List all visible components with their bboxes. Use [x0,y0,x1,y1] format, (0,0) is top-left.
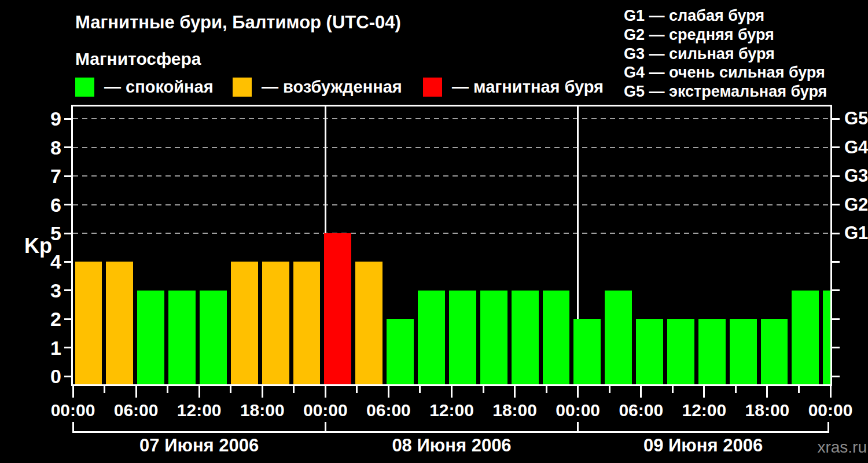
y-axis-tick [64,175,72,177]
x-axis-tick [262,386,263,398]
date-label: 07 Июня 2006 [106,435,292,456]
y-axis-tick-right [832,318,840,320]
kp-bar [605,291,632,384]
y-tick-label: 0 [21,365,61,387]
storm-scale-g3: G3 — сильная буря [624,45,827,64]
x-axis-tick [419,386,421,393]
kp-bar [293,262,321,384]
g-level-label: G5 [844,108,868,130]
y-tick-label: 3 [21,280,61,302]
y-tick-label: 6 [21,194,61,216]
plot-area [71,105,832,386]
x-tick-label: 18:00 [480,400,550,420]
y-axis-tick-right [832,233,840,234]
legend-item-excited: — возбужденная [233,77,402,97]
y-axis-tick-right [832,204,840,205]
x-axis-tick [230,386,231,393]
x-tick-label: 00:00 [543,400,613,420]
grid-line-kp9 [73,118,830,119]
storm-scale-legend: G1 — слабая буря G2 — средняя буря G3 — … [624,6,827,101]
magnetic-storm-chart: Магнитные бури, Балтимор (UTC-04) Магнит… [0,0,868,463]
x-axis-tick [104,386,105,393]
y-axis-tick-right [832,261,840,263]
y-tick-label: 5 [21,222,61,244]
x-tick-label: 00:00 [290,400,360,420]
x-axis-tick [703,386,705,398]
legend-item-quiet: — спокойная [75,77,214,97]
x-axis-tick [388,386,389,398]
x-tick-label: 06:00 [606,400,676,420]
date-axis-line [73,431,829,433]
grid-line-kp7 [73,175,830,177]
kp-bar [137,291,164,384]
x-axis-tick [766,386,768,398]
kp-bar [761,319,788,384]
kp-bar [200,291,227,384]
y-axis-tick [64,289,72,291]
x-axis-tick [325,386,326,398]
y-axis-tick [64,376,72,377]
g-level-label: G3 [844,165,868,187]
x-tick-label: 18:00 [733,400,802,420]
x-axis-tick [798,386,800,393]
y-axis-tick [64,347,72,348]
y-tick-label: 2 [21,308,61,330]
x-axis-tick [546,386,547,393]
legend-item-storm: — магнитная буря [423,77,604,97]
kp-bar [823,291,832,384]
y-axis-tick-right [832,289,840,291]
date-axis-tick [577,422,579,433]
legend-item-label: — магнитная буря [452,77,604,97]
x-axis-tick [167,386,168,393]
x-axis-tick [735,386,737,393]
legend-item-label: — спокойная [104,77,214,97]
legend-title: Магнитосфера [75,49,201,69]
legend-item-label: — возбужденная [262,77,402,97]
y-tick-label: 9 [21,108,61,130]
x-axis-tick [198,386,200,398]
y-axis-tick-right [832,347,840,348]
quiet-swatch-icon [75,78,94,97]
x-axis-tick [72,386,74,398]
y-axis-tick-right [832,376,840,377]
kp-bar [480,291,507,384]
x-tick-label: 00:00 [796,400,865,420]
kp-bar [324,233,351,384]
grid-line-kp6 [73,204,830,205]
kp-bar [730,319,757,384]
date-axis-tick [827,422,829,433]
x-axis-tick [609,386,610,393]
date-axis-tick [72,422,74,433]
kp-bar [75,262,102,384]
kp-bar [698,319,726,384]
x-axis-tick [672,386,674,393]
x-axis-tick [356,386,358,393]
x-axis-tick [135,386,137,398]
chart-title: Магнитные бури, Балтимор (UTC-04) [75,12,401,33]
y-axis-tick [64,118,72,120]
kp-bar [418,291,445,384]
kp-bar [387,319,414,384]
storm-scale-g4: G4 — очень сильная буря [624,63,827,82]
x-axis-tick [293,386,295,393]
kp-bar [106,262,133,384]
y-axis-tick [64,318,72,320]
y-tick-label: 1 [21,337,61,359]
g-level-label: G4 [844,137,868,159]
kp-bar [636,319,663,384]
storm-swatch-icon [423,78,442,97]
kp-bar [667,319,694,384]
date-label: 09 Июня 2006 [610,435,796,456]
x-tick-label: 06:00 [354,400,423,420]
y-tick-label: 8 [21,137,61,159]
storm-scale-g1: G1 — слабая буря [624,6,827,25]
x-tick-label: 06:00 [101,400,171,420]
storm-scale-g5: G5 — экстремальная буря [624,82,827,101]
x-axis-tick [451,386,453,398]
kp-bar [512,291,539,384]
kp-bar [262,262,289,384]
x-axis-tick [640,386,642,398]
excited-swatch-icon [233,78,252,97]
y-axis-tick-right [832,118,840,120]
storm-scale-g2: G2 — средняя буря [624,25,827,45]
